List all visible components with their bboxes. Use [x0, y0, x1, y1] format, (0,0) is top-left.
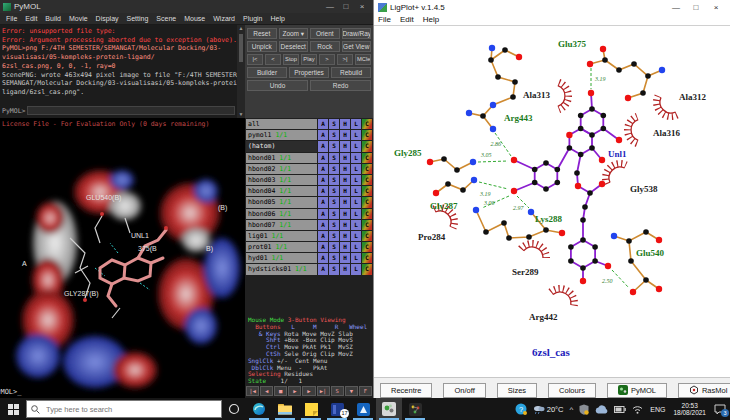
rasmol-launch-button[interactable]: RasMol: [678, 383, 730, 398]
taskbar-clock[interactable]: 20:53 18/08/2021: [669, 402, 710, 417]
residue-label-gly538[interactable]: Gly538: [630, 184, 658, 194]
ashlc-button-s[interactable]: S: [329, 153, 339, 163]
menu-item-edit[interactable]: Edit: [21, 15, 41, 22]
playback-button[interactable]: ■: [274, 386, 287, 396]
object-name[interactable]: pymol1 1/1: [246, 130, 317, 140]
ashlc-button-h[interactable]: H: [340, 253, 350, 263]
network-tray-icon[interactable]: [629, 398, 646, 420]
ashlc-button-l[interactable]: L: [351, 264, 361, 274]
ashlc-button-s[interactable]: S: [329, 175, 339, 185]
residue-label-gly287[interactable]: Gly287: [430, 201, 458, 211]
object-name[interactable]: hbond04 1/1: [246, 186, 317, 196]
menu-item-scene[interactable]: Scene: [152, 15, 180, 22]
notification-center-button[interactable]: 3: [710, 398, 730, 420]
language-indicator[interactable]: ENG: [646, 406, 669, 413]
close-icon[interactable]: ×: [354, 2, 370, 11]
residue-label-gly285[interactable]: Gly285: [394, 148, 422, 158]
control-button-mclear[interactable]: MClear: [355, 54, 371, 65]
residue-label-arg442[interactable]: Arg442: [529, 312, 558, 322]
ashlc-button-c[interactable]: C: [362, 164, 372, 174]
object-name[interactable]: prot01 1/1: [246, 242, 317, 252]
residue-label-ser289[interactable]: Ser289: [512, 267, 539, 277]
object-name[interactable]: (hatom): [246, 141, 317, 151]
ligplot-canvas[interactable]: 3.19 2.86 3.05 3.19 3.00 2.97 2.50 Glu37…: [374, 26, 730, 377]
control-button-rebuild[interactable]: Rebuild: [331, 67, 371, 78]
menu-item-help[interactable]: Help: [266, 15, 288, 22]
ashlc-button-s[interactable]: S: [329, 197, 339, 207]
control-button-[interactable]: >: [319, 54, 335, 65]
ashlc-button-s[interactable]: S: [329, 119, 339, 129]
object-name[interactable]: hbond02 1/1: [246, 164, 317, 174]
ashlc-button-s[interactable]: S: [329, 242, 339, 252]
toolbar-button-recentre[interactable]: Recentre: [380, 383, 432, 398]
ashlc-button-l[interactable]: L: [351, 253, 361, 263]
ashlc-button-c[interactable]: C: [362, 153, 372, 163]
scroll-down-icon[interactable]: ▼: [239, 111, 244, 118]
toolbar-button-onoff[interactable]: On/off: [443, 383, 485, 398]
ashlc-button-h[interactable]: H: [340, 264, 350, 274]
ashlc-button-a[interactable]: A: [318, 197, 328, 207]
battery-tray-icon[interactable]: [611, 398, 629, 420]
object-name[interactable]: lig01 1/1: [246, 231, 317, 241]
help-tray-button[interactable]: ?: [512, 398, 530, 420]
ashlc-button-c[interactable]: C: [362, 220, 372, 230]
control-button-[interactable]: |<: [247, 54, 263, 65]
control-button-unpick[interactable]: Unpick: [247, 41, 277, 52]
maximize-icon[interactable]: □: [338, 2, 354, 11]
ashlc-button-s[interactable]: S: [329, 164, 339, 174]
object-name[interactable]: hbond01 1/1: [246, 153, 317, 163]
console-scrollbar[interactable]: ▲ ▼: [237, 25, 245, 118]
residue-label-lys288[interactable]: Lys288: [535, 214, 563, 224]
ashlc-button-s[interactable]: S: [329, 253, 339, 263]
ligand-label-unl1[interactable]: Unl1: [608, 149, 627, 159]
ashlc-button-a[interactable]: A: [318, 253, 328, 263]
ashlc-button-a[interactable]: A: [318, 175, 328, 185]
taskbar-app-avogadro[interactable]: [350, 398, 376, 420]
playback-button[interactable]: ▶: [302, 386, 315, 396]
hidden-icons-chevron[interactable]: ^: [567, 398, 577, 420]
object-name[interactable]: hbond05 1/1: [246, 197, 317, 207]
object-name[interactable]: hbond06 1/1: [246, 209, 317, 219]
menu-item-setting[interactable]: Setting: [123, 15, 153, 22]
pymol-command-input[interactable]: [27, 106, 235, 115]
control-button-deselect[interactable]: Deselect: [279, 41, 309, 52]
playback-button[interactable]: ◀: [260, 386, 273, 396]
residue-label-ala312[interactable]: Ala312: [679, 92, 707, 102]
menu-item-file[interactable]: File: [2, 15, 21, 22]
ashlc-button-h[interactable]: H: [340, 186, 350, 196]
onedrive-tray-icon[interactable]: [592, 398, 611, 420]
ashlc-button-l[interactable]: L: [351, 119, 361, 129]
control-button-reset[interactable]: Reset: [247, 28, 277, 39]
residue-label-ala316[interactable]: Ala316: [653, 128, 681, 138]
playback-button[interactable]: S: [331, 386, 344, 396]
ashlc-button-a[interactable]: A: [318, 119, 328, 129]
control-button-getview[interactable]: Get View: [342, 41, 372, 52]
taskbar-app-edge[interactable]: [246, 398, 272, 420]
control-button-play[interactable]: Play: [301, 54, 317, 65]
ashlc-button-l[interactable]: L: [351, 231, 361, 241]
ashlc-button-a[interactable]: A: [318, 231, 328, 241]
ashlc-button-s[interactable]: S: [329, 130, 339, 140]
taskbar-app-explorer[interactable]: [272, 398, 298, 420]
menu-item-plugin[interactable]: Plugin: [239, 15, 266, 22]
cortana-button[interactable]: [222, 398, 246, 420]
maximize-icon[interactable]: □: [686, 3, 706, 12]
ashlc-button-a[interactable]: A: [318, 186, 328, 196]
toolbar-button-sizes[interactable]: Sizes: [497, 383, 537, 398]
ashlc-button-l[interactable]: L: [351, 164, 361, 174]
menu-item-build[interactable]: Build: [41, 15, 65, 22]
ashlc-button-s[interactable]: S: [329, 220, 339, 230]
ashlc-button-c[interactable]: C: [362, 186, 372, 196]
toolbar-button-colours[interactable]: Colours: [548, 383, 596, 398]
ashlc-button-c[interactable]: C: [362, 175, 372, 185]
ashlc-button-c[interactable]: C: [362, 231, 372, 241]
ashlc-button-c[interactable]: C: [362, 264, 372, 274]
ashlc-button-a[interactable]: A: [318, 130, 328, 140]
control-button-drawray[interactable]: Draw/Ray ▾: [342, 28, 372, 39]
pymol-launch-button[interactable]: PyMOL: [607, 383, 667, 398]
control-button-zoom[interactable]: Zoom ▾: [279, 28, 309, 39]
taskbar-app-onenote[interactable]: 17: [324, 398, 350, 420]
ashlc-button-a[interactable]: A: [318, 209, 328, 219]
ashlc-button-a[interactable]: A: [318, 264, 328, 274]
ashlc-button-a[interactable]: A: [318, 153, 328, 163]
